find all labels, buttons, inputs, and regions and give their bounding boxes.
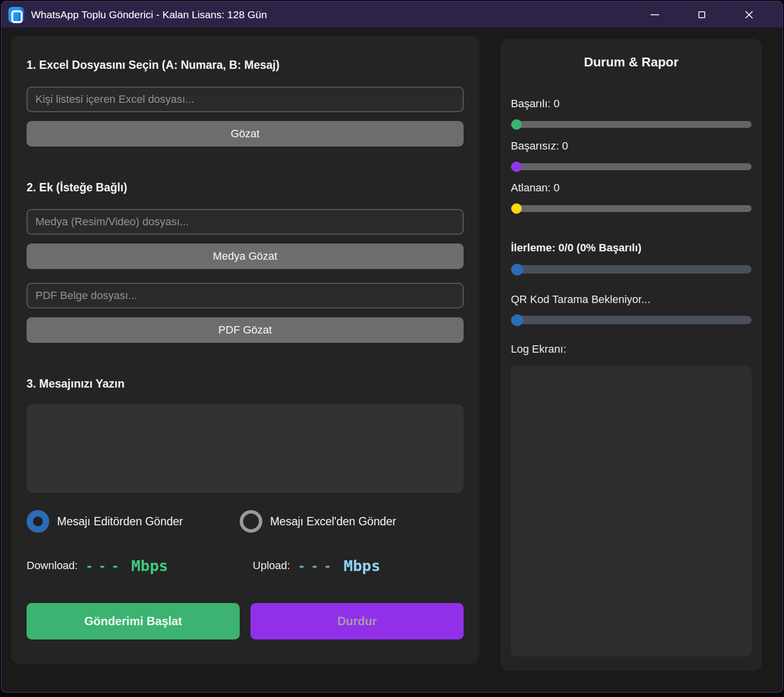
pdf-browse-button[interactable]: PDF Gözat: [27, 317, 464, 343]
radio-selected-icon: [27, 510, 49, 533]
upload-group: Upload: --- Mbps: [253, 557, 380, 575]
radio-editor-source[interactable]: Mesajı Editörden Gönder: [27, 510, 183, 533]
success-progressbar: [511, 121, 752, 128]
report-title: Durum & Rapor: [511, 55, 752, 70]
titlebar: WhatsApp Toplu Gönderici - Kalan Lisans:…: [1, 1, 783, 28]
maximize-icon: [698, 11, 705, 18]
pdf-file-input[interactable]: [27, 283, 464, 308]
window-title: WhatsApp Toplu Gönderici - Kalan Lisans:…: [31, 9, 267, 21]
excel-browse-button[interactable]: Gözat: [27, 121, 464, 147]
upload-unit: Mbps: [344, 557, 380, 575]
skipped-dot-icon: [511, 204, 522, 214]
download-unit: Mbps: [131, 557, 168, 575]
status-report-panel: Durum & Rapor Başarılı: 0 Başarısız: 0 A…: [501, 39, 762, 671]
overall-progress-label: İlerleme: 0/0 (0% Başarılı): [511, 242, 752, 254]
media-file-input[interactable]: [27, 209, 464, 235]
radio-editor-label: Mesajı Editörden Gönder: [57, 515, 183, 528]
network-speed-row: Download: --- Mbps Upload: --- Mbps: [27, 556, 464, 576]
success-count-label: Başarılı: 0: [511, 97, 752, 110]
close-icon: [745, 10, 753, 19]
success-dot-icon: [511, 120, 522, 130]
qr-status-label: QR Kod Tarama Bekleniyor...: [511, 293, 752, 306]
stop-button[interactable]: Durdur: [251, 603, 464, 639]
message-section-heading: 3. Mesajınızı Yazın: [27, 377, 464, 391]
minimize-icon: [651, 14, 659, 15]
qr-progressbar: [511, 316, 752, 324]
radio-unselected-icon: [240, 510, 262, 533]
message-editor[interactable]: [27, 404, 464, 493]
maximize-button[interactable]: [694, 7, 710, 23]
skipped-progressbar: [511, 205, 752, 212]
failed-count-label: Başarısız: 0: [511, 140, 752, 152]
qr-progress-dot-icon: [511, 314, 523, 326]
radio-excel-label: Mesajı Excel'den Gönder: [270, 515, 396, 528]
failed-progressbar: [511, 163, 752, 170]
app-icon: [8, 7, 24, 23]
action-buttons: Gönderimi Başlat Durdur: [27, 603, 464, 639]
excel-section-heading: 1. Excel Dosyasını Seçin (A: Numara, B: …: [27, 59, 464, 72]
radio-excel-source[interactable]: Mesajı Excel'den Gönder: [240, 510, 396, 533]
overall-progress-dot-icon: [511, 264, 523, 275]
app-window: WhatsApp Toplu Gönderici - Kalan Lisans:…: [1, 1, 783, 693]
window-controls: [647, 7, 778, 23]
attachment-section-heading: 2. Ek (İsteğe Bağlı): [27, 181, 464, 194]
overall-progressbar: [511, 265, 752, 273]
upload-label: Upload:: [253, 559, 290, 572]
download-label: Download:: [27, 559, 78, 572]
media-browse-button[interactable]: Medya Gözat: [27, 243, 464, 269]
close-button[interactable]: [741, 7, 757, 23]
minimize-button[interactable]: [647, 7, 662, 23]
skipped-count-label: Atlanan: 0: [511, 182, 752, 194]
log-screen[interactable]: [511, 365, 752, 657]
failed-dot-icon: [511, 162, 522, 172]
sender-panel: 1. Excel Dosyasını Seçin (A: Numara, B: …: [11, 36, 479, 664]
download-value: ---: [86, 559, 125, 573]
message-source-radios: Mesajı Editörden Gönder Mesajı Excel'den…: [27, 510, 464, 533]
excel-file-input[interactable]: [27, 87, 464, 112]
start-sending-button[interactable]: Gönderimi Başlat: [27, 603, 240, 639]
log-screen-label: Log Ekranı:: [511, 343, 752, 356]
main-content: 1. Excel Dosyasını Seçin (A: Numara, B: …: [1, 28, 783, 692]
upload-value: ---: [298, 559, 337, 573]
